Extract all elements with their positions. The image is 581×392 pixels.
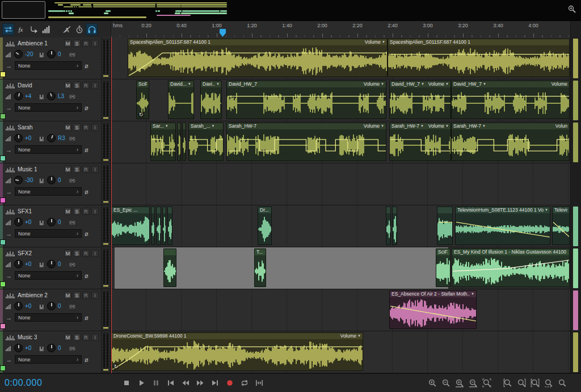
volume-knob[interactable] (14, 260, 23, 268)
track-name-label[interactable]: Music 1 (18, 166, 37, 172)
audio-clip[interactable] (177, 123, 181, 161)
audio-clip[interactable]: SpaceshipAlien_S011SF.687 44100 1 (388, 39, 570, 77)
pan-knob[interactable] (47, 260, 56, 268)
dropdown-caret-icon[interactable]: ▼ (420, 123, 424, 129)
dropdown-caret-icon[interactable]: ▼ (188, 81, 191, 87)
volume-knob[interactable] (14, 218, 23, 226)
track-r-button[interactable]: R (82, 334, 90, 341)
audio-clip[interactable] (392, 206, 397, 245)
track-m-button[interactable]: M (64, 124, 71, 131)
monitor-input-icon[interactable]: ((•)) (69, 178, 75, 183)
zoom-in-time-button[interactable] (454, 378, 465, 389)
track-m-button[interactable]: M (64, 250, 71, 257)
audio-clip[interactable]: TelevisionHum_S08TE.1123 44100 1 Vol...▼ (455, 206, 550, 245)
stop-button[interactable] (121, 378, 132, 388)
play-button[interactable] (136, 378, 146, 388)
track-i-button[interactable]: I (91, 334, 99, 341)
monitor-input-icon[interactable]: ((•)) (69, 220, 75, 225)
phase-invert-icon[interactable]: ø (85, 188, 89, 195)
pause-button[interactable] (151, 378, 161, 388)
clip-keyframes-toggle[interactable] (73, 23, 85, 35)
audio-clip[interactable]: Sarah_HW-7▼Volume▼ (389, 123, 451, 161)
volume-knob[interactable] (14, 134, 23, 142)
phase-invert-icon[interactable]: ø (85, 146, 89, 153)
routing-select[interactable]: None› (15, 271, 82, 280)
loop-playback-button[interactable] (239, 378, 250, 388)
routing-select[interactable]: None› (15, 355, 82, 364)
routing-select[interactable]: None› (15, 313, 82, 322)
audio-clip[interactable]: David_HW_7▼Volume▼ (389, 81, 451, 119)
vertical-scrollbar[interactable] (570, 37, 581, 373)
go-to-end-button[interactable] (210, 378, 220, 388)
track-i-button[interactable]: I (91, 208, 99, 215)
volume-knob[interactable] (14, 344, 23, 352)
volume-knob[interactable] (14, 176, 23, 184)
zoom-out-button[interactable] (440, 378, 451, 389)
pan-knob[interactable] (47, 302, 56, 310)
track-lane[interactable] (111, 163, 571, 205)
track-lane[interactable]: T...SciF...ES_My Kind Of Illusion 1 - Ni… (111, 247, 571, 289)
track-lane[interactable]: SciFi...↻David...▼Davi...▼David_HW_7Volu… (111, 79, 571, 121)
track-m-button[interactable]: M (64, 208, 71, 215)
dropdown-caret-icon[interactable]: ▼ (165, 123, 169, 129)
audio-clip[interactable] (437, 206, 453, 245)
dropdown-caret-icon[interactable]: ▼ (483, 81, 486, 87)
auto-crossfade-toggle[interactable]: A (61, 23, 73, 35)
overview-viewport-box[interactable] (2, 1, 45, 19)
track-name-label[interactable]: SFX1 (18, 208, 32, 214)
audio-clip[interactable]: SciF... (436, 248, 451, 287)
pan-knob[interactable] (47, 344, 56, 352)
track-s-button[interactable]: S (73, 82, 81, 89)
dropdown-caret-icon[interactable]: ▼ (216, 81, 220, 87)
dropdown-caret-icon[interactable]: ▼ (482, 123, 486, 129)
audio-clip[interactable]: David_HW_7▼Volume (451, 81, 570, 119)
routing-select[interactable]: None› (15, 145, 82, 154)
clip-volume-label[interactable]: Volume▼ (428, 123, 449, 129)
dropdown-caret-icon[interactable]: ▼ (212, 123, 215, 129)
zoom-out-time-button[interactable] (468, 378, 478, 389)
clip-volume-label[interactable]: Volume▼ (340, 333, 361, 339)
track-r-button[interactable]: R (82, 250, 90, 257)
clip-volume-label[interactable]: Volume▼ (364, 123, 384, 129)
track-i-button[interactable]: I (91, 124, 99, 131)
zoom-in-at-in-point-button[interactable] (502, 378, 513, 389)
track-i-button[interactable]: I (91, 166, 99, 173)
track-s-button[interactable]: S (73, 124, 81, 131)
time-format-label[interactable]: hms (113, 23, 123, 28)
zoom-in-at-out-point-button[interactable] (516, 378, 527, 389)
audio-clip[interactable]: David...▼ (168, 81, 194, 119)
audio-clip[interactable] (156, 206, 161, 245)
dropdown-caret-icon[interactable]: ▼ (382, 39, 385, 45)
monitor-input-icon[interactable]: ((•)) (69, 262, 75, 267)
navigator-zoom-icon[interactable] (567, 5, 578, 15)
pan-knob[interactable] (47, 218, 56, 226)
fast-forward-button[interactable] (195, 378, 205, 388)
audio-clip[interactable] (151, 206, 155, 245)
zoom-out-full-button[interactable] (481, 378, 492, 389)
track-r-button[interactable]: R (82, 124, 90, 131)
audio-clip[interactable]: Televis (552, 206, 570, 245)
track-r-button[interactable]: R (82, 82, 90, 89)
track-color-chip[interactable] (0, 239, 6, 245)
slip-tool-button[interactable] (27, 23, 39, 35)
zoom-in-button[interactable] (427, 378, 437, 389)
track-s-button[interactable]: S (73, 40, 81, 47)
go-to-start-button[interactable] (166, 378, 176, 388)
audio-clip[interactable]: Sarah_...▼ (188, 123, 224, 161)
audio-clip[interactable] (386, 206, 391, 245)
clip-volume-label[interactable]: Volume▼ (364, 81, 384, 87)
track-color-chip[interactable] (0, 113, 6, 119)
volume-knob[interactable] (14, 302, 23, 310)
dropdown-caret-icon[interactable]: ▼ (445, 81, 449, 87)
track-name-label[interactable]: Music 3 (18, 334, 37, 340)
dropdown-caret-icon[interactable]: ▼ (445, 123, 449, 129)
routing-select[interactable]: None› (15, 229, 82, 238)
dropdown-caret-icon[interactable]: ▼ (471, 291, 474, 297)
track-color-chip[interactable] (0, 365, 6, 371)
rewind-button[interactable] (180, 378, 191, 388)
timeline-ruler[interactable]: hms 0:200:401:001:201:402:002:202:403:00… (111, 21, 571, 37)
volume-knob[interactable] (14, 92, 23, 100)
routing-select[interactable]: None› (15, 103, 82, 112)
phase-invert-icon[interactable]: ø (85, 272, 89, 279)
audio-clip[interactable]: Sarah_HW-7Volume▼ (226, 123, 386, 161)
